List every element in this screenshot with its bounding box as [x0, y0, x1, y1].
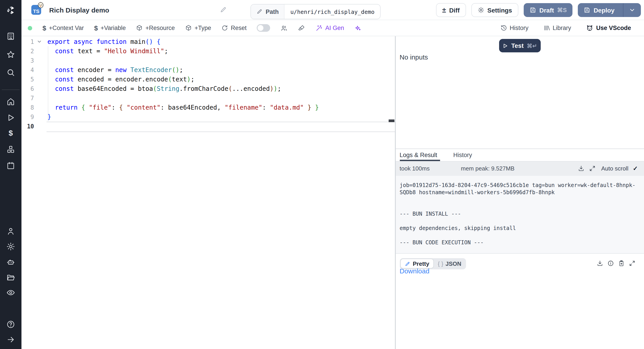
pencil-icon [256, 9, 262, 15]
sidebar-item-resources[interactable] [0, 142, 22, 157]
sidebar-item-home[interactable] [0, 94, 22, 109]
history-button[interactable]: History [500, 25, 528, 31]
ai-sparkles-button[interactable] [354, 24, 362, 32]
json-view-button[interactable]: { } JSON [434, 259, 465, 268]
autoscroll-checkmark[interactable]: ✓ [633, 165, 638, 172]
sidebar-item-variables[interactable]: $ [0, 126, 22, 141]
windmill-script-editor: $ [0, 0, 644, 349]
code-line: } [48, 112, 319, 122]
logs-output: job=01912d75-163d-8204-47c9-5469c516cb1e… [396, 176, 644, 253]
line-number: 7 [22, 93, 34, 103]
add-variable-button[interactable]: $ +Variable [94, 24, 126, 32]
tab-logs-result[interactable]: Logs & Result [400, 152, 437, 158]
autoscroll-label[interactable]: Auto scroll [601, 165, 628, 172]
diff-label: Diff [449, 7, 460, 14]
log-text: job=01912d75-163d-8204-47c9-5469c516cb1e… [400, 181, 636, 246]
ai-gen-button[interactable]: AI Gen [316, 24, 344, 32]
page-title: Rich Display demo [49, 6, 109, 14]
editor-code[interactable]: export async function main() { const tex… [48, 37, 319, 131]
test-button[interactable]: Test ⌘↵ [499, 39, 540, 52]
path-field[interactable]: Path u/henri/rich_display_demo [250, 4, 381, 19]
reset-label: Reset [231, 25, 247, 31]
info-icon[interactable] [607, 260, 614, 266]
sidebar-item-search[interactable] [0, 65, 22, 80]
line-number: 4 [22, 65, 34, 75]
line-number: 10 [22, 122, 34, 131]
windmill-logo[interactable] [0, 4, 22, 17]
line-number: 3 [22, 56, 34, 65]
expand-result-icon[interactable] [629, 260, 636, 266]
line-number: 6 [22, 84, 34, 93]
sidebar-item-workers[interactable] [0, 255, 22, 270]
expand-logs-icon[interactable] [589, 165, 596, 172]
sidebar-item-audit[interactable] [0, 285, 22, 300]
code-line: const base64Encoded = btoa(String.fromCh… [48, 84, 319, 93]
download-result-link[interactable]: Download [400, 267, 429, 274]
add-resource-button[interactable]: +Resource [136, 25, 175, 31]
format-button[interactable] [298, 24, 305, 32]
sidebar-item-schedules[interactable] [0, 158, 22, 173]
result-actions [596, 260, 636, 266]
help-icon [6, 320, 15, 329]
gear-icon [6, 242, 15, 251]
draft-shortcut: ⌘S [557, 7, 567, 14]
draft-label: Draft [539, 7, 554, 14]
toggle-knob [258, 25, 264, 31]
play-icon [502, 43, 508, 49]
sidebar-item-settings[interactable] [0, 239, 22, 254]
json-label: JSON [446, 260, 461, 267]
sidebar-divider [2, 90, 20, 90]
library-button[interactable]: Library [543, 25, 571, 31]
collaborators-button[interactable] [281, 24, 288, 32]
refresh-icon [222, 25, 228, 31]
log-actions: Auto scroll ✓ [578, 165, 638, 172]
settings-button[interactable]: Settings [471, 3, 518, 17]
path-value[interactable]: u/henri/rich_display_demo [285, 5, 380, 19]
arrow-right-icon [7, 335, 15, 344]
windmill-logo-icon [5, 5, 16, 16]
code-line: const encoded = encoder.encode(text); [48, 75, 319, 84]
add-context-var-button[interactable]: $ +Context Var [42, 24, 84, 32]
dollar-icon: $ [9, 129, 13, 138]
diff-mode-toggle[interactable] [257, 24, 270, 32]
draft-button[interactable]: Draft ⌘S [524, 3, 573, 17]
path-label-segment: Path [251, 5, 285, 19]
save-icon [530, 7, 536, 14]
star-icon [6, 50, 15, 59]
deploy-dropdown-button[interactable] [623, 3, 641, 17]
edit-title-pencil-icon[interactable] [220, 6, 227, 14]
sidebar-item-workspace[interactable] [0, 29, 22, 44]
sidebar-item-help[interactable] [0, 317, 22, 332]
building-icon [6, 32, 15, 41]
toolbar-right: History Library Use VScode [500, 20, 631, 36]
run-panel: Test ⌘↵ No inputs Logs & Result History … [396, 36, 644, 349]
deploy-button[interactable]: Deploy [578, 3, 641, 17]
sidebar-expand-button[interactable] [0, 332, 22, 347]
fold-chevron-icon[interactable] [37, 39, 42, 44]
sidebar-item-user[interactable] [0, 224, 22, 239]
history-clock-icon [500, 25, 507, 31]
run-duration: took 100ms [400, 165, 430, 172]
tab-history[interactable]: History [453, 152, 472, 158]
code-editor[interactable]: 12345678910 export async function main()… [22, 36, 395, 349]
sidebar: $ [0, 0, 22, 349]
sidebar-item-favorites[interactable] [0, 47, 22, 62]
test-label: Test [511, 42, 524, 49]
sparkles-icon [354, 24, 362, 32]
reset-button[interactable]: Reset [222, 25, 247, 31]
robot-icon [6, 258, 15, 267]
paintbrush-icon [298, 24, 305, 32]
copy-clipboard-icon[interactable] [618, 260, 625, 266]
editor-scrollbar-thumb[interactable] [389, 120, 394, 122]
no-inputs-text: No inputs [400, 53, 428, 61]
use-vscode-button[interactable]: Use VScode [586, 24, 631, 32]
sidebar-item-folders[interactable] [0, 270, 22, 285]
deploy-label: Deploy [594, 7, 614, 14]
sidebar-item-runs[interactable] [0, 110, 22, 125]
add-type-button[interactable]: +Type [185, 25, 211, 31]
diff-button[interactable]: ± Diff [436, 3, 466, 17]
line-number: 5 [22, 75, 34, 84]
eye-icon [6, 288, 15, 297]
download-result-icon[interactable] [596, 260, 603, 266]
download-logs-icon[interactable] [578, 165, 585, 172]
